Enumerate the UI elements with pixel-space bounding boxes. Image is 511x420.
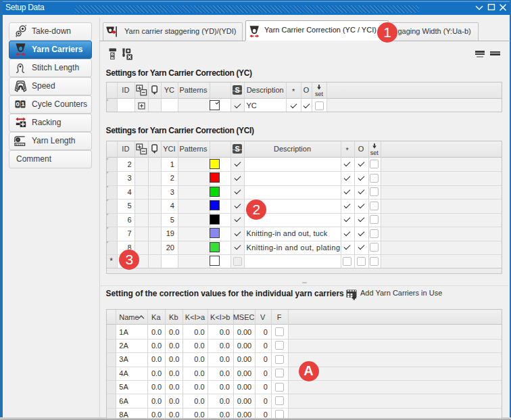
svg-text:0: 0 bbox=[16, 101, 19, 108]
svg-text:1: 1 bbox=[21, 101, 25, 108]
